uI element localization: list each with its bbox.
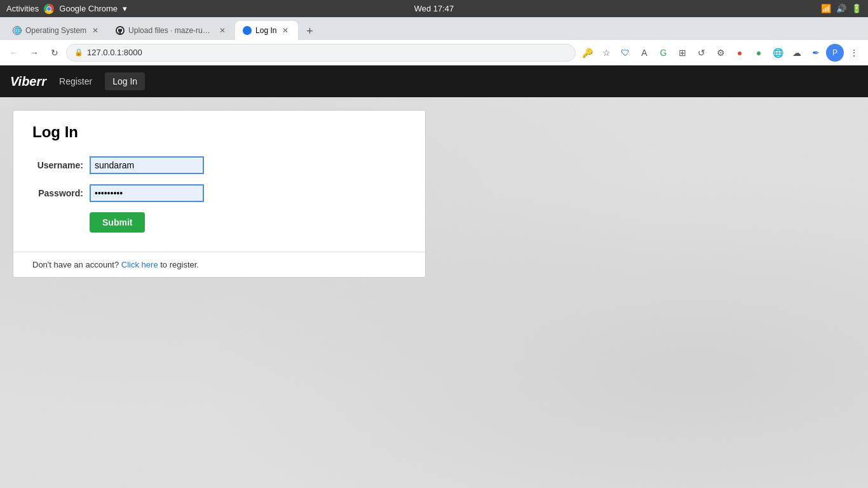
globe-favicon-icon: 🌐 bbox=[13, 26, 22, 35]
extension-icon-5[interactable]: ● bbox=[750, 44, 768, 62]
dropdown-arrow-icon[interactable]: ▾ bbox=[123, 4, 127, 13]
password-input[interactable] bbox=[90, 184, 204, 202]
battery-icon[interactable]: 🔋 bbox=[851, 4, 862, 13]
footer-suffix: to register. bbox=[160, 260, 199, 269]
tab-bar: 🌐 Operating System ✕ Upload files · maze… bbox=[0, 17, 868, 40]
url-text: 127.0.0.1:8000 bbox=[87, 48, 142, 57]
forward-button[interactable]: → bbox=[25, 44, 43, 62]
volume-icon[interactable]: 🔊 bbox=[836, 4, 846, 13]
back-button[interactable]: ← bbox=[5, 44, 23, 62]
page-background: Log In Username: Password: Submit Don't … bbox=[0, 97, 868, 488]
app-navbar: Viberr Register Log In bbox=[0, 65, 868, 97]
extension-icon-8[interactable]: ✒ bbox=[807, 44, 825, 62]
address-bar[interactable]: 🔒 127.0.0.1:8000 bbox=[66, 44, 576, 62]
login-card: Log In Username: Password: Submit Don't … bbox=[13, 110, 426, 278]
extension-icon-6[interactable]: 🌐 bbox=[769, 44, 787, 62]
login-card-body: Log In Username: Password: Submit bbox=[13, 111, 425, 252]
nav-icons: 🔑 ☆ 🛡 A G ⊞ ↺ ⚙ ● ● 🌐 ☁ ✒ P ⋮ bbox=[578, 44, 863, 62]
username-group: Username: bbox=[32, 156, 406, 174]
tab-close-icon[interactable]: ✕ bbox=[280, 25, 290, 36]
browser-chrome: 🌐 Operating System ✕ Upload files · maze… bbox=[0, 17, 868, 65]
tab-operating-system[interactable]: 🌐 Operating System ✕ bbox=[5, 21, 108, 40]
github-favicon-icon bbox=[116, 26, 125, 35]
extension-icon-2[interactable]: ⊞ bbox=[674, 44, 691, 62]
star-icon[interactable]: ☆ bbox=[597, 44, 615, 62]
username-input[interactable] bbox=[90, 156, 204, 174]
tab-close-icon[interactable]: ✕ bbox=[90, 25, 100, 36]
tab-label: Log In bbox=[255, 26, 276, 35]
extension-icon-1[interactable]: G bbox=[654, 44, 672, 62]
username-label: Username: bbox=[32, 160, 90, 170]
tab-upload-files[interactable]: Upload files · maze-runna ✕ bbox=[108, 21, 235, 40]
key-icon[interactable]: 🔑 bbox=[578, 44, 596, 62]
footer-text: Don't have an account? bbox=[32, 260, 119, 269]
refresh-icon[interactable]: ↺ bbox=[693, 44, 710, 62]
os-bar: Activities Google Chrome ▾ Wed 17:47 📶 🔊… bbox=[0, 0, 868, 17]
activities-label[interactable]: Activities bbox=[6, 4, 39, 13]
app-brand[interactable]: Viberr bbox=[10, 74, 46, 89]
profile-icon[interactable]: P bbox=[826, 44, 844, 62]
extension-icon-3[interactable]: ⚙ bbox=[712, 44, 729, 62]
shield-icon[interactable]: 🛡 bbox=[616, 44, 634, 62]
submit-button[interactable]: Submit bbox=[90, 212, 145, 233]
wifi-icon[interactable]: 📶 bbox=[821, 4, 831, 13]
nav-bar: ← → ↻ 🔒 127.0.0.1:8000 🔑 ☆ 🛡 A G ⊞ ↺ ⚙ ●… bbox=[0, 40, 868, 65]
new-tab-button[interactable]: + bbox=[301, 22, 318, 40]
app-name-label[interactable]: Google Chrome bbox=[59, 4, 118, 13]
tab-label: Upload files · maze-runna bbox=[128, 26, 214, 35]
tab-close-icon[interactable]: ✕ bbox=[217, 25, 227, 36]
password-label: Password: bbox=[32, 188, 90, 198]
extension-icon-7[interactable]: ☁ bbox=[788, 44, 806, 62]
login-card-footer: Don't have an account? Click here to reg… bbox=[13, 252, 425, 277]
circle-favicon-icon bbox=[243, 26, 252, 35]
chrome-icon bbox=[44, 4, 54, 14]
submit-wrapper: Submit bbox=[90, 212, 406, 233]
nav-login-link[interactable]: Log In bbox=[105, 72, 145, 90]
login-title: Log In bbox=[32, 123, 406, 141]
lock-icon: 🔒 bbox=[74, 48, 83, 57]
menu-icon[interactable]: ⋮ bbox=[845, 44, 863, 62]
reload-button[interactable]: ↻ bbox=[46, 44, 64, 62]
password-group: Password: bbox=[32, 184, 406, 202]
tab-log-in[interactable]: Log In ✕ bbox=[235, 21, 298, 40]
os-bar-time: Wed 17:47 bbox=[414, 4, 454, 13]
translate-icon[interactable]: A bbox=[635, 44, 653, 62]
register-link[interactable]: Click here bbox=[121, 260, 158, 269]
tab-label: Operating System bbox=[25, 26, 86, 35]
extension-icon-4[interactable]: ● bbox=[731, 44, 749, 62]
os-bar-left: Activities Google Chrome ▾ bbox=[6, 4, 127, 14]
os-bar-right: 📶 🔊 🔋 bbox=[821, 4, 862, 13]
nav-register-link[interactable]: Register bbox=[59, 76, 92, 86]
